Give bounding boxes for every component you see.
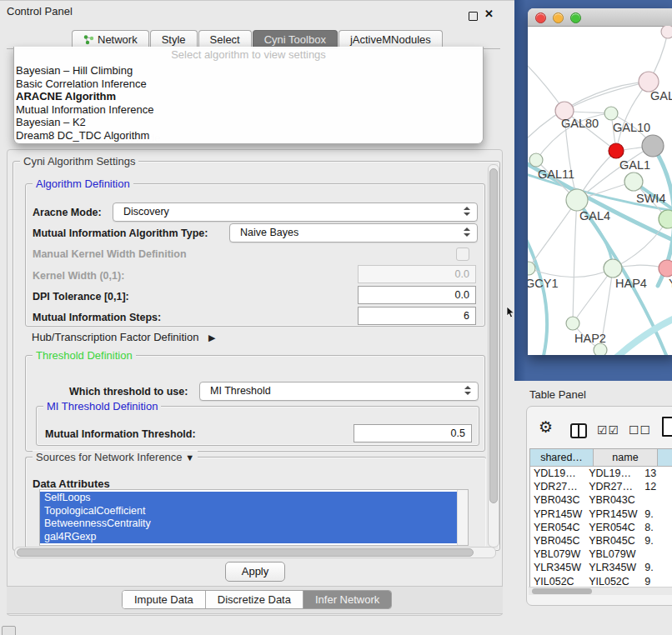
table-header-row: shared…nameA: [530, 449, 672, 466]
tab-jactivemnodules[interactable]: jActiveMNodules: [339, 30, 443, 48]
mi-type-combo[interactable]: Naive Bayes: [229, 223, 478, 242]
table-row[interactable]: YDL19…YDL19…13: [530, 467, 672, 480]
apply-button[interactable]: Apply: [225, 562, 285, 582]
attribute-item-betweennesscentrality[interactable]: BetweennessCentrality: [40, 518, 458, 531]
network-canvas[interactable]: GAL7GAL80GAL10GAL1GAL11GAL4SWI4GCY1HAP4Y…: [528, 26, 672, 355]
network-node-swi4[interactable]: [659, 210, 672, 228]
table-row[interactable]: YPR145WYPR145W9.: [530, 508, 672, 521]
dropdown-item-bayesian-k2[interactable]: Bayesian – K2: [16, 116, 483, 129]
table-row[interactable]: YLR345WYLR345W9.: [530, 561, 672, 574]
table-cell: [641, 493, 672, 507]
settings-horizontal-scrollbar-thumb[interactable]: [17, 548, 474, 557]
dropdown-item-basic-correlation-inference[interactable]: Basic Correlation Inference: [16, 78, 483, 91]
network-node[interactable]: [661, 26, 672, 38]
network-node-gal4[interactable]: [566, 189, 588, 211]
attribute-item-selfloops[interactable]: SelfLoops: [40, 492, 458, 505]
table-horizontal-scrollbar[interactable]: [529, 587, 672, 595]
network-node[interactable]: [642, 135, 664, 157]
dpi-tolerance-field[interactable]: 0.0: [358, 286, 476, 304]
network-node[interactable]: [594, 343, 607, 355]
node-label-gcy1: GCY1: [528, 277, 559, 290]
close-traffic-light[interactable]: [535, 12, 546, 23]
select-all-columns-icon[interactable]: ☑☑: [597, 424, 619, 436]
network-edge: [573, 200, 577, 323]
tab-impute-data[interactable]: Impute Data: [123, 591, 206, 608]
tab-style[interactable]: Style: [150, 30, 198, 48]
deselect-all-columns-icon[interactable]: ☐☐: [629, 424, 651, 436]
file-export-icon[interactable]: [662, 417, 672, 437]
float-window-button[interactable]: [469, 12, 478, 21]
close-icon[interactable]: ✕: [484, 8, 494, 20]
settings-horizontal-scrollbar[interactable]: [14, 547, 496, 558]
gear-icon[interactable]: ⚙: [539, 419, 553, 435]
network-edge: [528, 232, 547, 355]
table-row[interactable]: YDR27…YDR27…12: [530, 480, 672, 493]
attribute-item-topologicalcoefficient[interactable]: TopologicalCoefficient: [40, 505, 458, 518]
column-header-name[interactable]: name: [594, 449, 658, 467]
network-node-gal11[interactable]: [529, 153, 543, 167]
tab-infer-network[interactable]: Infer Network: [303, 591, 391, 608]
kernel-width-label: Kernel Width (0,1):: [33, 270, 124, 282]
table-row[interactable]: YIL052CYIL052C9: [530, 575, 672, 588]
columns-icon[interactable]: [570, 423, 587, 438]
dropdown-item-dream8-dc-tdc-algorithm[interactable]: Dream8 DC_TDC Algorithm: [16, 129, 483, 142]
table-cell: 9.: [641, 534, 672, 548]
network-node-y[interactable]: [659, 260, 672, 277]
table-cell: YLR345W: [585, 561, 641, 574]
list-vertical-scrollbar[interactable]: [457, 490, 468, 545]
kernel-width-field[interactable]: 0.0: [358, 265, 476, 283]
collapse-down-icon: ▼: [185, 452, 194, 462]
hub-definition-toggle[interactable]: Hub/Transcription Factor Definition ▶: [32, 331, 215, 343]
table-row[interactable]: YER054CYER054C8.: [530, 521, 672, 534]
aracne-mode-combo[interactable]: Discovery: [113, 202, 478, 222]
tab-label: Select: [210, 31, 240, 48]
zoom-traffic-light[interactable]: [570, 12, 581, 23]
table-cell: YLR345W: [530, 561, 585, 574]
table-row[interactable]: YBR045CYBR045C9.: [530, 534, 672, 548]
network-node-gcy1[interactable]: [528, 262, 535, 275]
network-node-hap4[interactable]: [604, 259, 622, 278]
table-row[interactable]: YBL079WYBL079W: [530, 548, 672, 561]
settings-vertical-scrollbar-thumb[interactable]: [489, 168, 498, 503]
mi-threshold-field[interactable]: 0.5: [354, 424, 472, 442]
table-cell: YBR045C: [585, 534, 641, 548]
table-row[interactable]: YBR043CYBR043C: [530, 493, 672, 507]
tab-cyni-toolbox[interactable]: Cyni Toolbox: [253, 30, 338, 48]
network-node-gal1[interactable]: [624, 172, 643, 191]
sources-toggle[interactable]: Sources for Network Inference ▼: [33, 451, 198, 463]
manual-kernel-checkbox[interactable]: [456, 248, 469, 261]
dropdown-item-aracne-algorithm[interactable]: ARACNE Algorithm: [16, 90, 483, 103]
network-view-window: GAL7GAL80GAL10GAL1GAL11GAL4SWI4GCY1HAP4Y…: [528, 8, 672, 355]
table-cell: YBR043C: [585, 493, 641, 507]
dropdown-item-bayesian-hill-climbing[interactable]: Bayesian – Hill Climbing: [16, 64, 483, 78]
tab-select[interactable]: Select: [198, 30, 252, 48]
network-node-hap2[interactable]: [566, 317, 579, 330]
column-header-a[interactable]: A: [658, 449, 672, 467]
data-attributes-list: SelfLoopsTopologicalCoefficientBetweenne…: [40, 492, 458, 543]
tab-network[interactable]: Network: [72, 30, 149, 48]
table-horizontal-scrollbar-thumb[interactable]: [532, 588, 592, 594]
tab-label: Cyni Toolbox: [264, 31, 326, 48]
tab-discretize-data[interactable]: Discretize Data: [206, 591, 303, 608]
column-header-shared[interactable]: shared…: [530, 449, 594, 467]
network-node-gal10[interactable]: [604, 107, 618, 120]
table-cell: YBR043C: [530, 493, 585, 507]
attribute-item-gal4rgexp[interactable]: gal4RGexp: [40, 531, 458, 544]
settings-vertical-scrollbar[interactable]: [488, 164, 499, 548]
bottom-tabbar: Impute DataDiscretize DataInfer Network: [122, 590, 392, 609]
network-window-titlebar[interactable]: [528, 8, 672, 27]
network-node[interactable]: [609, 143, 624, 158]
mi-type-value: Naive Bayes: [240, 227, 298, 238]
mi-steps-field[interactable]: 6: [358, 307, 476, 325]
which-threshold-combo[interactable]: MI Threshold: [199, 382, 479, 401]
table-rows: YDL19…YDL19…13YDR27…YDR27…12YBR043CYBR04…: [530, 467, 672, 587]
node-label-gal11: GAL11: [538, 168, 574, 181]
dropdown-item-mutual-information-inference[interactable]: Mutual Information Inference: [16, 103, 483, 117]
table-cell: YER054C: [585, 521, 641, 534]
table-cell: 9: [641, 575, 672, 588]
algorithm-dropdown-popup: Select algorithm to view settings Bayesi…: [13, 47, 484, 144]
table-cell: 9.: [641, 561, 672, 574]
table-cell: 9.: [641, 508, 672, 521]
minimize-traffic-light[interactable]: [553, 12, 564, 23]
minimized-panel-icon[interactable]: [2, 626, 16, 635]
